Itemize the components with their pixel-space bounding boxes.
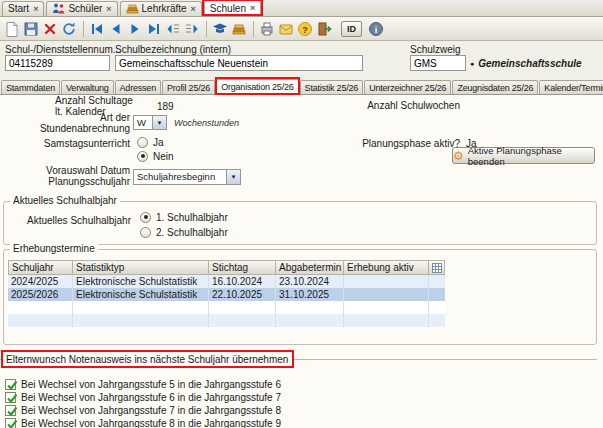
tab-profil[interactable]: Profil 25/26 [162,80,215,94]
school-branch-field[interactable] [410,55,466,71]
cell-empty [344,301,429,314]
print-icon[interactable] [258,20,276,38]
vorauswahl-label: Vorauswahl Datum Planungsschuljahr [0,165,130,187]
column-header-schuljahr[interactable]: Schuljahr [8,260,73,275]
teachers-module-icon[interactable] [230,20,248,38]
help-icon[interactable]: ? [296,20,314,38]
tab-organisation[interactable]: Organisation 25/26 [216,79,298,94]
close-icon[interactable]: × [191,4,196,14]
tab-statistik[interactable]: Statistik 25/26 [300,80,364,94]
save-icon[interactable] [22,20,40,38]
close-icon[interactable]: × [250,3,255,13]
mail-icon[interactable] [277,20,295,38]
radio-icon[interactable] [140,227,151,238]
last-record-icon[interactable] [145,20,163,38]
table-row[interactable]: 2024/2025 Elektronische Schulstatistik 1… [8,275,445,288]
halbjahr-1-radio[interactable]: 1. Schulhalbjahr [140,211,228,223]
erhebungstermine-table: Schuljahr Statistiktyp Stichtag Abgabete… [8,260,445,327]
bullet-icon: ● [470,60,474,67]
svg-text:i: i [375,24,378,34]
window-tab-label: Schüler [68,3,102,14]
tab-unterzeichner[interactable]: Unterzeichner 25/26 [364,80,451,94]
record-list-forward-icon[interactable] [183,20,201,38]
main-toolbar: ? ID i [0,17,603,41]
tab-zeugnisdaten[interactable]: Zeugnisdaten 25/26 [452,80,538,94]
checkbox-label: Bei Wechsel von Jahrgangsstufe 8 in die … [21,418,281,428]
cell-empty [344,314,429,327]
checkbox-checked-icon[interactable] [5,392,16,403]
school-number-field[interactable] [5,55,110,71]
exit-icon[interactable] [315,20,333,38]
window-tab-label: Schulen [210,3,246,14]
record-list-back-icon[interactable] [164,20,182,38]
chevron-down-icon[interactable]: ▾ [152,116,166,129]
window-tab-schulen[interactable]: Schulen × [204,0,261,16]
samstagsunterricht-ja-radio[interactable]: Ja [137,136,164,148]
checkbox-checked-icon[interactable] [5,379,16,390]
cell-abgabetermin: 31.10.2025 [276,288,344,301]
cell-empty [276,314,344,327]
checkbox-row-stufe8[interactable]: Bei Wechsel von Jahrgangsstufe 8 in die … [5,417,281,428]
window-tab-bar: Start × Schüler × Lehrkräfte × Schulen × [0,0,603,17]
radio-selected-icon[interactable] [137,151,148,162]
window-tab-lehrkraefte[interactable]: Lehrkräfte × [120,1,202,16]
schulwochen-label: Anzahl Schulwochen [330,100,460,111]
checkbox-row-stufe7[interactable]: Bei Wechsel von Jahrgangsstufe 7 in die … [5,404,281,416]
school-name-field[interactable] [115,55,363,71]
record-header: Schul-/Dienststellennum... Schulbezeichn… [0,41,603,78]
students-icon [52,2,65,15]
planungsphase-beenden-button[interactable]: ⚙ Aktive Planungsphase beenden [452,147,595,164]
new-record-icon[interactable] [3,20,21,38]
schulhalbjahr-label: Aktuelles Schulhalbjahr [1,215,131,226]
erhebungstermine-group-title: Erhebungstermine [10,243,98,254]
halbjahr-2-radio[interactable]: 2. Schulhalbjahr [140,226,228,238]
column-header-abgabetermin[interactable]: Abgabetermin [276,260,344,275]
cell-erhebung-aktiv [344,288,429,301]
checkbox-checked-icon[interactable] [5,418,16,428]
table-row-selected[interactable]: 2025/2026 Elektronische Schulstatistik 2… [8,288,445,301]
divider [294,359,597,360]
cell-erhebung-aktiv [344,275,429,288]
column-header-stichtag[interactable]: Stichtag [209,260,276,275]
schulhalbjahr-group: Aktuelles Schulhalbjahr Aktuelles Schulh… [3,201,597,245]
chevron-down-icon[interactable]: ▾ [226,170,240,184]
info-icon[interactable]: i [367,20,385,38]
checkbox-checked-icon[interactable] [5,405,16,416]
first-record-icon[interactable] [88,20,106,38]
refresh-icon[interactable] [60,20,78,38]
close-icon[interactable]: × [33,4,38,14]
table-row-empty[interactable] [8,314,445,327]
tab-adressen[interactable]: Adressen [115,80,161,94]
window-tab-schueler[interactable]: Schüler × [46,1,117,16]
samstagsunterricht-nein-radio[interactable]: Nein [137,150,174,162]
cell-schuljahr: 2024/2025 [8,275,73,288]
id-button[interactable]: ID [341,21,362,37]
previous-record-icon[interactable] [107,20,125,38]
cell-empty [209,301,276,314]
table-row-empty[interactable] [8,301,445,314]
school-name-label: Schulbezeichnung (intern) [115,44,231,55]
column-header-statistiktyp[interactable]: Statistiktyp [73,260,209,275]
cell-stichtag: 22.10.2025 [209,288,276,301]
radio-icon[interactable] [137,137,148,148]
delete-icon[interactable] [41,20,59,38]
tab-verwaltung[interactable]: Verwaltung [61,80,114,94]
next-record-icon[interactable] [126,20,144,38]
checkbox-row-stufe5[interactable]: Bei Wechsel von Jahrgangsstufe 5 in die … [5,378,281,390]
students-module-icon[interactable] [211,20,229,38]
cell-statistiktyp: Elektronische Schulstatistik [73,288,209,301]
vorauswahl-dropdown[interactable]: Schuljahresbeginn ▾ [133,169,241,185]
window-tab-start[interactable]: Start × [2,1,44,16]
cell-empty [73,301,209,314]
close-icon[interactable]: × [106,4,111,14]
tab-stammdaten[interactable]: Stammdaten [1,80,60,94]
stundenabrechnung-dropdown[interactable]: W ▾ [133,115,167,130]
table-settings-button[interactable] [429,260,445,275]
cell-abgabetermin: 23.10.2024 [276,275,344,288]
checkbox-row-stufe6[interactable]: Bei Wechsel von Jahrgangsstufe 6 in die … [5,391,281,403]
samstagsunterricht-label: Samstagsunterricht [0,138,130,149]
column-header-erhebung-aktiv[interactable]: Erhebung aktiv [344,260,429,275]
radio-selected-icon[interactable] [140,212,151,223]
tab-kalender-termine[interactable]: Kalender/Termine 25/26 [539,80,603,94]
organisation-panel: Anzahl Schultage lt. Kalender 189 Anzahl… [0,95,603,428]
